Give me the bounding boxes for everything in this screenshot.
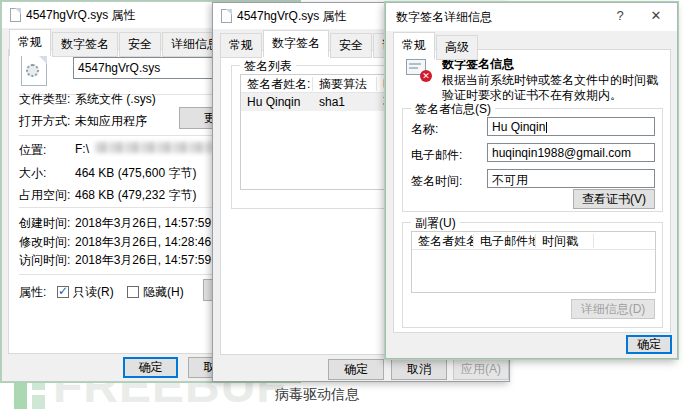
tab-general[interactable]: 常规 bbox=[220, 33, 262, 58]
tab-security[interactable]: 安全 bbox=[119, 32, 161, 57]
readonly-checkbox-label: 只读(R) bbox=[73, 285, 114, 299]
attributes-label: 属性: bbox=[19, 284, 46, 301]
size-on-disk-value: 468 KB (479,232 字节) bbox=[75, 187, 196, 204]
signature-info-message: 根据当前系统时钟或签名文件中的时间戳验证时要求的证书不在有效期内。 bbox=[442, 73, 664, 103]
right-dialog-title: 数字签名详细信息 bbox=[396, 9, 492, 26]
hidden-checkbox-label: 隐藏(H) bbox=[143, 285, 184, 299]
col-empty bbox=[594, 234, 655, 248]
tab-advanced[interactable]: 高级 bbox=[436, 35, 478, 60]
created-value: 2018年3月26日, 14:57:59 bbox=[75, 215, 211, 232]
hidden-checkbox[interactable]: 隐藏(H) bbox=[127, 284, 184, 301]
signature-list-label: 签名列表 bbox=[240, 58, 296, 75]
certificate-error-icon: ✕ bbox=[406, 58, 430, 80]
left-dialog-title: 4547hgVrQ.sys 属性 bbox=[26, 7, 136, 24]
name-label: 名称: bbox=[411, 121, 438, 138]
location-redacted-blur bbox=[95, 142, 213, 153]
location-value: F:\ bbox=[75, 142, 89, 156]
tab-general[interactable]: 常规 bbox=[393, 32, 435, 59]
modified-value: 2018年3月26日, 14:28:46 bbox=[75, 234, 211, 251]
file-type-value: 系统文件 (.sys) bbox=[75, 91, 156, 108]
cell-signer-name: Hu Qinqin bbox=[241, 95, 313, 109]
file-icon bbox=[221, 9, 232, 23]
right-tab-panel: ✕ 数字签名信息 根据当前系统时钟或签名文件中的时间戳验证时要求的证书不在有效期… bbox=[393, 49, 671, 333]
sys-file-icon bbox=[21, 54, 47, 86]
size-value: 464 KB (475,600 字节) bbox=[75, 165, 196, 182]
email-label: 电子邮件: bbox=[411, 147, 462, 164]
tab-security[interactable]: 安全 bbox=[330, 33, 372, 58]
email-input[interactable]: huqinqin1988@gmail.com bbox=[487, 143, 655, 162]
digital-signature-details-dialog: 数字签名详细信息 ? ✕ 常规高级 ✕ 数字签名信息 根据当前系统时钟或签名文件… bbox=[385, 2, 678, 359]
col-signer-name: 签名者姓名: bbox=[241, 77, 313, 91]
image-caption: 病毒驱动信息 bbox=[237, 386, 397, 404]
signer-info-label: 签名者信息(S) bbox=[411, 101, 495, 118]
signing-time-input[interactable]: 不可用 bbox=[487, 169, 655, 188]
accessed-value: 2018年3月26日, 14:57:59 bbox=[75, 252, 211, 269]
open-with-value: 未知应用程序 bbox=[75, 113, 147, 130]
help-icon[interactable]: ? bbox=[605, 3, 635, 28]
left-ok-button[interactable]: 确定 bbox=[123, 357, 178, 378]
middle-dialog-title: 4547hgVrQ.sys 属性 bbox=[237, 8, 347, 25]
tab-digital-signatures[interactable]: 数字签名 bbox=[52, 32, 118, 57]
countersignature-table-header: 签名者姓名: 电子邮件地... 时间戳 bbox=[412, 232, 655, 250]
file-type-label: 文件类型: bbox=[19, 91, 70, 108]
modified-label: 修改时间: bbox=[19, 234, 70, 251]
cell-digest-algorithm: sha1 bbox=[313, 95, 377, 109]
readonly-checkbox[interactable]: 只读(R) bbox=[57, 284, 114, 301]
hidden-checkbox-box[interactable] bbox=[127, 286, 139, 298]
tab-digital-signatures[interactable]: 数字签名 bbox=[263, 30, 329, 57]
countersignature-details-button[interactable]: 详细信息(D) bbox=[571, 299, 655, 319]
close-icon[interactable]: ✕ bbox=[641, 3, 671, 28]
created-label: 创建时间: bbox=[19, 215, 70, 232]
signer-info-group: 签名者信息(S) 名称: Hu Qinqin 电子邮件: huqinqin198… bbox=[402, 108, 663, 212]
size-on-disk-label: 占用空间: bbox=[19, 187, 70, 204]
location-label: 位置: bbox=[19, 142, 46, 159]
size-label: 大小: bbox=[19, 165, 46, 182]
file-icon bbox=[10, 8, 21, 22]
countersignatures-label: 副署(U) bbox=[411, 215, 460, 232]
middle-apply-button[interactable]: 应用(A) bbox=[453, 359, 509, 380]
right-ok-button[interactable]: 确定 bbox=[626, 335, 672, 354]
name-input[interactable]: Hu Qinqin bbox=[487, 117, 655, 136]
middle-cancel-button[interactable]: 取消 bbox=[391, 359, 447, 380]
tab-general[interactable]: 常规 bbox=[9, 29, 51, 56]
countersignatures-group: 副署(U) 签名者姓名: 电子邮件地... 时间戳 详细信息(D) bbox=[402, 222, 663, 328]
middle-ok-button[interactable]: 确定 bbox=[328, 359, 384, 380]
countersignature-table[interactable]: 签名者姓名: 电子邮件地... 时间戳 bbox=[411, 231, 656, 293]
signing-time-label: 签名时间: bbox=[411, 173, 462, 190]
readonly-checkbox-box[interactable] bbox=[57, 286, 69, 298]
col-signer-name: 签名者姓名: bbox=[412, 234, 474, 248]
col-digest-algorithm: 摘要算法 bbox=[313, 77, 377, 91]
open-with-label: 打开方式: bbox=[19, 113, 70, 130]
accessed-label: 访问时间: bbox=[19, 252, 70, 269]
right-tab-strip: 常规高级 bbox=[393, 32, 479, 53]
col-email-address: 电子邮件地... bbox=[474, 234, 536, 248]
col-timestamp: 时间戳 bbox=[536, 234, 594, 248]
view-certificate-button[interactable]: 查看证书(V) bbox=[573, 189, 655, 209]
